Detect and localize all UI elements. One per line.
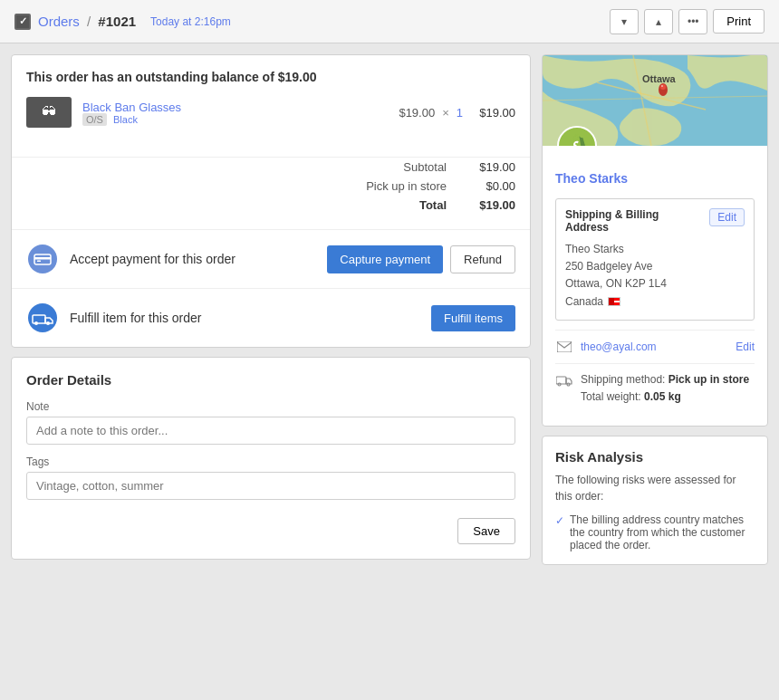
totals-section: Subtotal $19.00 Pick up in store $0.00 T… xyxy=(12,158,530,229)
address-city: Ottawa, ON K2P 1L4 xyxy=(565,277,667,290)
customer-email[interactable]: theo@ayal.com xyxy=(581,340,728,353)
orders-icon xyxy=(14,14,31,30)
risk-item: ✓ The billing address country matches th… xyxy=(555,513,755,551)
customer-info: Theo Starks Shipping & BillingAddress Ed… xyxy=(543,146,767,426)
address-edit-button[interactable]: Edit xyxy=(709,208,745,226)
map-area: Ottawa xyxy=(543,55,767,146)
balance-section: This order has an outstanding balance of… xyxy=(12,55,530,158)
order-details-content: Order Details Note Tags Save xyxy=(12,358,530,559)
order-details-title: Order Details xyxy=(26,372,515,388)
balance-title: This order has an outstanding balance of… xyxy=(26,70,515,84)
more-icon: ••• xyxy=(688,15,699,28)
qty-separator: × xyxy=(442,106,449,120)
customer-address: Theo Starks 250 Badgeley Ave Ottawa, ON … xyxy=(565,241,745,311)
payment-icon xyxy=(26,243,59,275)
risk-item-text: The billing address country matches the … xyxy=(570,513,755,551)
chevron-up-icon: ▴ xyxy=(656,15,661,28)
breadcrumb: Orders / #1021 xyxy=(38,14,136,29)
subtotal-value: $19.00 xyxy=(461,160,515,174)
svg-point-6 xyxy=(34,321,38,325)
fulfill-items-button[interactable]: Fulfill items xyxy=(431,305,515,331)
customer-card: Ottawa Theo Starks xyxy=(542,54,768,427)
product-pricing: $19.00 × 1 $19.00 xyxy=(399,106,515,120)
payment-action-buttons: Capture payment Refund xyxy=(327,245,515,273)
total-label: Total xyxy=(329,198,447,212)
fulfill-action-text: Fulfill item for this order xyxy=(70,311,420,325)
header: Orders / #1021 Today at 2:16pm ▾ ▴ ••• P… xyxy=(0,0,779,43)
risk-description: The following risks were assessed for th… xyxy=(555,472,755,504)
subtotal-label: Subtotal xyxy=(329,160,447,174)
nav-down-button[interactable]: ▾ xyxy=(610,9,639,34)
product-name[interactable]: Black Ban Glasses xyxy=(82,101,388,114)
customer-name[interactable]: Theo Starks xyxy=(555,171,755,186)
main-layout: This order has an outstanding balance of… xyxy=(0,43,779,576)
svg-point-7 xyxy=(46,321,50,325)
note-label: Note xyxy=(26,400,515,413)
breadcrumb-orders[interactable]: Orders xyxy=(38,14,80,29)
sb-header: Shipping & BillingAddress Edit xyxy=(565,208,745,234)
line-total: $19.00 xyxy=(470,106,515,120)
address-name: Theo Starks xyxy=(565,243,624,255)
save-row: Save xyxy=(26,518,515,544)
shipping-details: Shipping method: Pick up in store Total … xyxy=(581,371,749,406)
weight-value: 0.05 kg xyxy=(644,390,681,403)
refund-button[interactable]: Refund xyxy=(450,245,515,273)
svg-rect-2 xyxy=(34,257,51,260)
tags-label: Tags xyxy=(26,455,515,468)
shipping-billing-title: Shipping & BillingAddress xyxy=(565,208,659,234)
address-country: Canada xyxy=(565,295,603,308)
total-row: Total $19.00 xyxy=(26,196,515,215)
pickup-value: $0.00 xyxy=(461,179,515,193)
total-value: $19.00 xyxy=(461,198,515,212)
left-column: This order has an outstanding balance of… xyxy=(11,54,531,565)
capture-payment-button[interactable]: Capture payment xyxy=(327,245,443,273)
canada-flag-icon xyxy=(608,297,620,306)
unit-price: $19.00 xyxy=(399,106,435,120)
shipping-truck-icon xyxy=(555,371,573,389)
header-left: Orders / #1021 Today at 2:16pm xyxy=(14,14,231,30)
product-info: Black Ban Glasses O/S Black xyxy=(82,101,388,125)
pickup-label: Pick up in store xyxy=(329,179,447,193)
header-actions: ▾ ▴ ••• Print xyxy=(610,9,765,34)
fulfill-action-row: Fulfill item for this order Fulfill item… xyxy=(12,288,530,347)
pickup-row: Pick up in store $0.00 xyxy=(26,177,515,196)
chevron-down-icon: ▾ xyxy=(621,15,627,28)
email-edit-button[interactable]: Edit xyxy=(736,340,755,353)
order-timestamp: Today at 2:16pm xyxy=(150,15,231,28)
shipping-billing-section: Shipping & BillingAddress Edit Theo Star… xyxy=(555,198,755,321)
fulfill-action-buttons: Fulfill items xyxy=(431,305,515,331)
shipping-method-label: Shipping method: xyxy=(581,373,668,386)
product-image: 🕶 xyxy=(26,97,72,128)
email-icon xyxy=(555,338,573,356)
order-number: #1021 xyxy=(98,14,136,29)
svg-point-14 xyxy=(660,84,666,90)
note-input[interactable] xyxy=(26,417,515,445)
right-column: Ottawa Theo Starks xyxy=(542,54,768,565)
variant-color: Black xyxy=(113,114,138,125)
risk-check-icon: ✓ xyxy=(555,514,564,527)
svg-rect-3 xyxy=(37,261,41,263)
svg-text:Ottawa: Ottawa xyxy=(642,73,677,84)
product-variant: O/S Black xyxy=(82,114,388,125)
print-button[interactable]: Print xyxy=(713,9,765,34)
svg-rect-16 xyxy=(557,341,572,352)
payment-action-text: Accept payment for this order xyxy=(70,252,316,266)
product-quantity[interactable]: 1 xyxy=(457,106,463,120)
save-button[interactable]: Save xyxy=(457,518,515,544)
glasses-icon: 🕶 xyxy=(42,104,56,120)
svg-rect-17 xyxy=(556,377,566,384)
order-details-card: Order Details Note Tags Save xyxy=(11,357,531,560)
address-street: 250 Badgeley Ave xyxy=(565,260,653,273)
tags-input[interactable] xyxy=(26,472,515,500)
nav-up-button[interactable]: ▴ xyxy=(644,9,673,34)
shipping-method-value: Pick up in store xyxy=(668,373,749,386)
payment-action-row: Accept payment for this order Capture pa… xyxy=(12,229,530,288)
risk-analysis-card: Risk Analysis The following risks were a… xyxy=(542,436,768,565)
more-options-button[interactable]: ••• xyxy=(678,9,707,34)
product-row: 🕶 Black Ban Glasses O/S Black $19.00 × 1 xyxy=(26,97,515,128)
subtotal-row: Subtotal $19.00 xyxy=(26,158,515,177)
svg-point-15 xyxy=(661,85,663,87)
breadcrumb-sep: / xyxy=(87,14,91,29)
fulfill-icon xyxy=(26,302,59,334)
shipping-method-row: Shipping method: Pick up in store Total … xyxy=(555,363,755,413)
